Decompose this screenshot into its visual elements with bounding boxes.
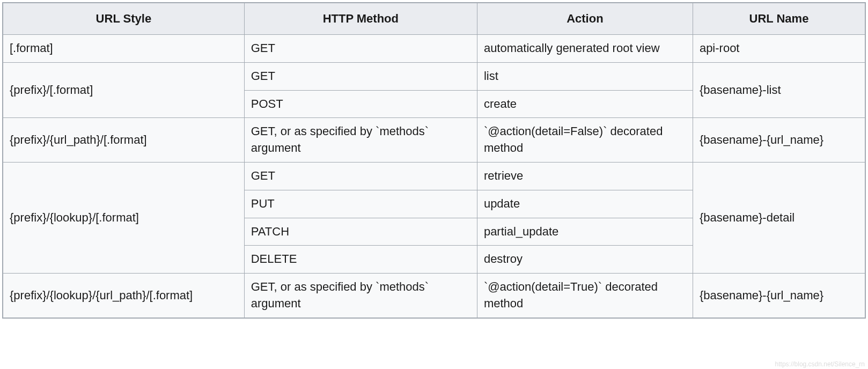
cell-url-name: {basename}-{url_name} bbox=[693, 118, 865, 163]
cell-action: create bbox=[477, 90, 693, 118]
cell-action: retrieve bbox=[477, 162, 693, 190]
cell-url-name: {basename}-list bbox=[693, 62, 865, 118]
col-header-url-name: URL Name bbox=[693, 3, 865, 35]
cell-http-method: GET, or as specified by `methods` argume… bbox=[244, 118, 477, 163]
cell-http-method: POST bbox=[244, 90, 477, 118]
cell-url-style: {prefix}/[.format] bbox=[3, 62, 244, 118]
cell-http-method: GET bbox=[244, 35, 477, 63]
table-row: {prefix}/[.format] GET list {basename}-l… bbox=[3, 62, 865, 90]
cell-action: automatically generated root view bbox=[477, 35, 693, 63]
cell-http-method: DELETE bbox=[244, 246, 477, 274]
table-row: {prefix}/{lookup}/[.format] GET retrieve… bbox=[3, 162, 865, 190]
cell-action: update bbox=[477, 190, 693, 218]
col-header-http-method: HTTP Method bbox=[244, 3, 477, 35]
table-row: {prefix}/{url_path}/[.format] GET, or as… bbox=[3, 118, 865, 163]
cell-url-style: {prefix}/{lookup}/[.format] bbox=[3, 162, 244, 273]
cell-http-method: GET bbox=[244, 162, 477, 190]
cell-http-method: PATCH bbox=[244, 218, 477, 246]
cell-url-style: {prefix}/{url_path}/[.format] bbox=[3, 118, 244, 163]
cell-action: `@action(detail=False)` decorated method bbox=[477, 118, 693, 163]
col-header-url-style: URL Style bbox=[3, 3, 244, 35]
cell-url-name: {basename}-detail bbox=[693, 162, 865, 273]
cell-action: partial_update bbox=[477, 218, 693, 246]
cell-url-style: [.format] bbox=[3, 35, 244, 63]
cell-action: list bbox=[477, 62, 693, 90]
cell-url-style: {prefix}/{lookup}/{url_path}/[.format] bbox=[3, 274, 244, 318]
router-url-table: URL Style HTTP Method Action URL Name [.… bbox=[2, 2, 866, 319]
table-header-row: URL Style HTTP Method Action URL Name bbox=[3, 3, 865, 35]
cell-action: `@action(detail=True)` decorated method bbox=[477, 274, 693, 318]
cell-http-method: PUT bbox=[244, 190, 477, 218]
table-row: [.format] GET automatically generated ro… bbox=[3, 35, 865, 63]
table-row: {prefix}/{lookup}/{url_path}/[.format] G… bbox=[3, 274, 865, 318]
col-header-action: Action bbox=[477, 3, 693, 35]
cell-http-method: GET, or as specified by `methods` argume… bbox=[244, 274, 477, 318]
cell-http-method: GET bbox=[244, 62, 477, 90]
cell-url-name: api-root bbox=[693, 35, 865, 63]
cell-url-name: {basename}-{url_name} bbox=[693, 274, 865, 318]
cell-action: destroy bbox=[477, 246, 693, 274]
